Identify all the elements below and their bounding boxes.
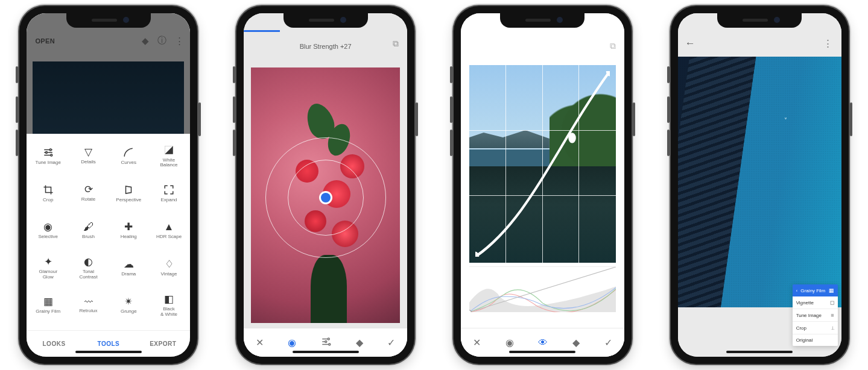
brush-icon: 🖌 [83,222,93,232]
rotate-icon: ⟳ [84,184,93,195]
grunge-icon: ✴ [124,296,133,307]
device-notch [66,13,151,28]
vintage-icon: ♢ [165,259,174,269]
apply-button[interactable]: ✓ [604,337,612,348]
svg-point-9 [475,251,479,257]
tool-label: Perspective [116,198,141,202]
tool-rotate[interactable]: ⟳ Rotate [68,175,109,212]
phone-lens-blur: Blur Strength +27 ⧉ ✕ ◉ ◆ [236,6,414,364]
stack-item-vignette[interactable]: Vignette ◻ [793,296,838,309]
tool-healing[interactable]: ✚ Healing [109,212,149,249]
svg-point-6 [328,343,330,345]
tool-label: Grunge [121,309,137,314]
phone-edit-stack: ← ⋮ ˅ ‹ Grainy Film ▦ Vignette ◻ [671,6,849,364]
white-balance-icon [163,145,174,155]
tool-label: Black & White [160,307,177,317]
eraser-button[interactable]: ◆ [572,337,580,348]
tune-image-icon [43,147,54,158]
svg-point-8 [568,133,575,143]
more-button[interactable]: ⋮ [823,37,833,50]
tool-details[interactable]: ▽ Details [68,137,109,175]
tool-brush[interactable]: 🖌 Brush [68,212,109,249]
tool-drama[interactable]: ☁ Drama [109,249,149,287]
glamour-glow-icon: ✦ [44,257,52,267]
tool-glamour-glow[interactable]: ✦ Glamour Glow [28,249,68,287]
tool-label: Expand [160,198,177,202]
svg-point-4 [328,338,329,340]
curve-control[interactable] [475,71,610,257]
channel-luminance-button[interactable]: ◉ [505,337,514,348]
photo-canvas[interactable] [251,67,400,323]
phone-curves: ⧉ [454,6,632,364]
phone-tools-panel: OPEN ◆ ⓘ ⋮ Tune Image ▽ Details [19,6,197,364]
tool-perspective[interactable]: Perspective [109,175,149,212]
tool-label: Glamour Glow [39,269,57,280]
tool-label: Tune Image [36,160,61,165]
home-indicator [75,351,142,353]
histogram [469,266,616,312]
tab-looks[interactable]: LOOKS [27,331,81,357]
svg-point-0 [49,149,51,151]
invert-button[interactable]: ◆ [356,337,363,348]
tool-label: Details [81,160,95,165]
stack-item-original[interactable]: Original [793,334,838,346]
tool-retrolux[interactable]: 〰 Retrolux [68,287,109,324]
stack-item-tune-image[interactable]: Tune Image ≡ [793,309,838,322]
shape-button[interactable]: ◉ [288,337,296,348]
retrolux-icon: 〰 [84,298,93,306]
tool-crop[interactable]: Crop [28,175,68,212]
tool-label: Retrolux [80,309,98,313]
tool-selective[interactable]: ◉ Selective [28,212,68,249]
compare-icon[interactable]: ⧉ [610,41,616,51]
tool-label: Selective [39,234,58,239]
tonal-contrast-icon: ◐ [84,257,93,267]
edit-stack: ‹ Grainy Film ▦ Vignette ◻ Tune Image ≡ … [793,284,838,346]
tab-export[interactable]: EXPORT [136,331,190,357]
selective-icon: ◉ [43,222,52,232]
param-slider-track[interactable] [244,30,407,32]
tool-grunge[interactable]: ✴ Grunge [109,287,149,324]
tool-label: Brush [82,234,95,239]
channel-select-button[interactable]: 👁 [538,337,548,348]
tune-image-mini-icon: ≡ [831,312,834,318]
cancel-button[interactable]: ✕ [473,337,481,348]
tool-label: Curves [121,160,136,165]
param-readout: Blur Strength +27 [244,39,407,54]
adjust-button[interactable] [321,336,332,350]
vignette-mini-icon: ◻ [830,299,834,306]
svg-point-1 [45,151,47,153]
crop-mini-icon: ⟂ [831,325,834,331]
tool-white-balance[interactable]: White Balance [149,137,189,175]
svg-point-5 [325,340,326,342]
grainy-film-icon: ▦ [43,296,53,307]
stack-item-label: Crop [796,325,806,331]
crop-icon [43,184,54,195]
apply-button[interactable]: ✓ [387,337,395,348]
home-indicator [509,351,575,353]
tool-tune-image[interactable]: Tune Image [28,137,68,175]
focus-ring[interactable] [265,137,386,258]
tool-black-white[interactable]: ◧ Black & White [149,287,189,324]
compare-icon[interactable]: ⧉ [393,39,399,49]
tool-label: Crop [43,198,53,202]
device-notch [500,13,584,28]
photo-canvas[interactable]: ˅ [678,57,841,307]
tool-vintage[interactable]: ♢ Vintage [149,249,189,287]
tool-expand[interactable]: Expand [149,175,189,212]
svg-point-2 [51,154,52,156]
stack-item-crop[interactable]: Crop ⟂ [793,322,838,334]
expand-icon [163,184,174,195]
tool-label: Vintage [161,272,177,277]
perspective-icon [123,184,134,195]
stack-selected-label: Grainy Film [800,288,825,293]
tool-grainy-film[interactable]: ▦ Grainy Film [28,287,68,324]
photo-canvas[interactable] [469,65,616,263]
tool-hdr-scape[interactable]: ▲ HDR Scape [149,212,189,249]
back-button[interactable]: ← [685,37,695,49]
tool-label: Tonal Contrast [79,269,97,280]
tool-tonal-contrast[interactable]: ◐ Tonal Contrast [68,249,109,287]
stack-selected[interactable]: ‹ Grainy Film ▦ [793,284,838,296]
tool-curves[interactable]: Curves [109,137,149,175]
tool-label: White Balance [160,158,178,168]
cancel-button[interactable]: ✕ [256,337,264,348]
